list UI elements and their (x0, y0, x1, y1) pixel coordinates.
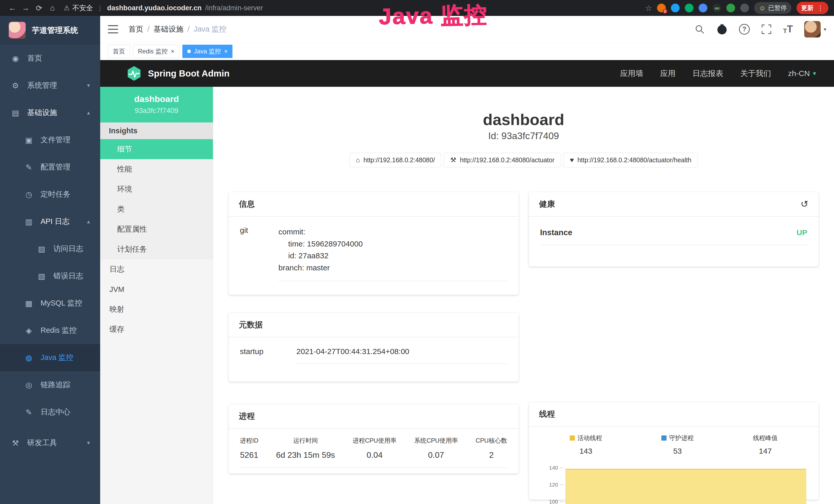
paused-badge[interactable]: ☺ 已暂停 (754, 2, 791, 14)
extension-check-icon[interactable] (685, 4, 694, 12)
hamburger-icon[interactable] (108, 25, 118, 33)
right-card-column: 健康 ↺ Instance UP 线程 (529, 192, 819, 500)
sba-locale-select[interactable]: zh-CN ▾ (788, 69, 816, 78)
extension-on-icon[interactable]: on (712, 4, 721, 12)
sba-nav-about[interactable]: 关于我们 (740, 68, 771, 79)
history-icon[interactable]: ↺ (800, 199, 808, 209)
address-bar[interactable]: ⚠ 不安全 | dashboard.yudao.iocoder.cn /infr… (64, 3, 645, 13)
browser-home-button[interactable]: ⌂ (46, 2, 59, 14)
actuator-url-link[interactable]: ⚒ http://192.168.0.2:48080/actuator (444, 153, 561, 167)
sidebar-item-log-center[interactable]: ✎ 日志中心 (0, 398, 100, 426)
sidebar-item-trace[interactable]: ◎ 链路追踪 (0, 371, 100, 398)
extension-fox-icon[interactable]: 1 (657, 4, 666, 12)
health-row: Instance UP (540, 228, 808, 245)
sidebar-item-config-management[interactable]: ✎ 配置管理 (0, 154, 100, 181)
sba-brand[interactable]: Spring Boot Admin (126, 65, 229, 82)
sba-instance-block[interactable]: dashboard 93a3fc7f7409 (100, 87, 213, 122)
security-status[interactable]: ⚠ 不安全 (64, 3, 93, 13)
tab-home[interactable]: 首页 (108, 45, 130, 58)
sba-brand-title: Spring Boot Admin (148, 68, 229, 78)
service-url-link[interactable]: ⌂ http://192.168.0.2:48080/ (349, 153, 441, 167)
paused-label: 已暂停 (768, 4, 787, 12)
tab-label: Java 监控 (194, 47, 221, 55)
browser-forward-button[interactable]: → (19, 2, 32, 14)
instance-id: 93a3fc7f7409 (105, 107, 208, 115)
tab-java-monitor[interactable]: Java 监控 × (182, 45, 233, 58)
breadcrumb-separator: / (188, 25, 190, 33)
chevron-up-icon: ▴ (87, 218, 90, 225)
extension-drop-icon[interactable] (671, 4, 680, 12)
health-status-badge: UP (796, 228, 807, 237)
help-icon[interactable]: ? (739, 24, 750, 35)
smiley-icon: ☺ (759, 4, 766, 12)
breadcrumb-home[interactable]: 首页 (128, 24, 143, 35)
sidebar-item-file-management[interactable]: ▣ 文件管理 (0, 126, 100, 154)
security-label: 不安全 (72, 3, 93, 13)
sidebar-item-system-management[interactable]: ⚙ 系统管理 ▾ (0, 72, 100, 99)
extension-grid-icon[interactable] (699, 4, 707, 12)
close-icon[interactable]: × (224, 48, 227, 54)
font-size-icon[interactable]: TT (783, 24, 793, 35)
close-icon[interactable]: × (171, 48, 174, 54)
github-icon[interactable] (716, 24, 728, 35)
sba-menu-metrics[interactable]: 性能 (100, 159, 213, 179)
breadcrumb-separator: / (148, 25, 150, 33)
sidebar-item-error-logs[interactable]: ▧ 错误日志 (0, 262, 100, 290)
sba-menu-scheduled-tasks[interactable]: 计划任务 (100, 239, 213, 259)
breadcrumb-infrastructure[interactable]: 基础设施 (154, 24, 183, 35)
extension-plug-icon[interactable] (740, 4, 749, 12)
sidebar-item-label: MySQL 监控 (41, 298, 82, 308)
sba-menu-mappings[interactable]: 映射 (100, 299, 213, 319)
search-icon[interactable] (694, 24, 705, 35)
info-key: git (240, 226, 279, 281)
tools-icon: ⚒ (10, 438, 21, 448)
live-threads-swatch (570, 435, 575, 441)
fullscreen-icon[interactable] (761, 24, 772, 35)
breadcrumb: 首页 / 基础设施 / Java 监控 (128, 24, 226, 35)
heart-icon: ♥ (570, 156, 574, 164)
sidebar-item-redis-monitor[interactable]: ◈ Redis 监控 (0, 317, 100, 344)
sidebar-item-home[interactable]: ◉ 首页 (0, 45, 100, 72)
sba-menu-caches[interactable]: 缓存 (100, 319, 213, 339)
extension-leaf-icon[interactable] (726, 4, 735, 12)
browser-reload-button[interactable]: ⟳ (32, 2, 46, 14)
browser-menu-icon[interactable]: ⋮ (817, 4, 824, 12)
sba-menu-details[interactable]: 细节 (100, 139, 213, 159)
edit-icon: ✎ (24, 163, 34, 172)
link-url: http://192.168.0.2:48080/actuator/health (577, 156, 691, 164)
sba-nav-wallboard[interactable]: 应用墙 (620, 68, 643, 79)
sba-menu-config-props[interactable]: 配置属性 (100, 219, 213, 239)
browser-back-button[interactable]: ← (6, 2, 19, 14)
legend-peak-threads: 线程峰值 147 (753, 434, 778, 456)
update-label: 更新 (801, 4, 813, 12)
sidebar-item-mysql-monitor[interactable]: ▦ MySQL 监控 (0, 290, 100, 317)
tab-redis-monitor[interactable]: Redis 监控 × (133, 45, 179, 58)
sidebar-item-api-logs[interactable]: ▥ API 日志 ▴ (0, 208, 100, 235)
sidebar-item-access-logs[interactable]: ▨ 访问日志 (0, 235, 100, 262)
chevron-down-icon: ▾ (87, 439, 90, 446)
git-id-line: id: 27aa832 (279, 250, 507, 262)
document-icon: ▨ (37, 245, 47, 253)
browser-update-button[interactable]: 更新 ⋮ (796, 2, 828, 14)
tab-label: Redis 监控 (138, 47, 168, 55)
sidebar-item-infrastructure[interactable]: ▤ 基础设施 ▴ (0, 99, 100, 126)
sba-menu-environment[interactable]: 环境 (100, 179, 213, 199)
sba-nav-applications[interactable]: 应用 (660, 68, 676, 79)
app-logo-row[interactable]: 芋道管理系统 (0, 16, 100, 45)
health-url-link[interactable]: ♥ http://192.168.0.2:48080/actuator/heal… (564, 153, 698, 167)
sba-menu-classes[interactable]: 类 (100, 199, 213, 219)
threads-card: 线程 活动线程 143 (529, 402, 819, 500)
sba-nav-journal[interactable]: 日志报表 (693, 68, 723, 79)
active-dot (187, 49, 191, 53)
metadata-key: startup (240, 347, 297, 364)
sba-menu-jvm[interactable]: JVM (100, 279, 213, 299)
sidebar-item-label: Java 监控 (41, 352, 73, 363)
sidebar-item-dev-tools[interactable]: ⚒ 研发工具 ▾ (0, 429, 100, 457)
sidebar-item-scheduled-tasks[interactable]: ◷ 定时任务 (0, 181, 100, 208)
wrench-icon: ⚒ (450, 156, 456, 164)
java-icon: ◍ (24, 353, 34, 362)
user-menu[interactable]: ▾ (804, 21, 826, 38)
sidebar-item-java-monitor[interactable]: ◍ Java 监控 (0, 344, 100, 371)
sba-menu-logs[interactable]: 日志 (100, 259, 213, 279)
bookmark-star-icon[interactable]: ☆ (645, 4, 652, 13)
